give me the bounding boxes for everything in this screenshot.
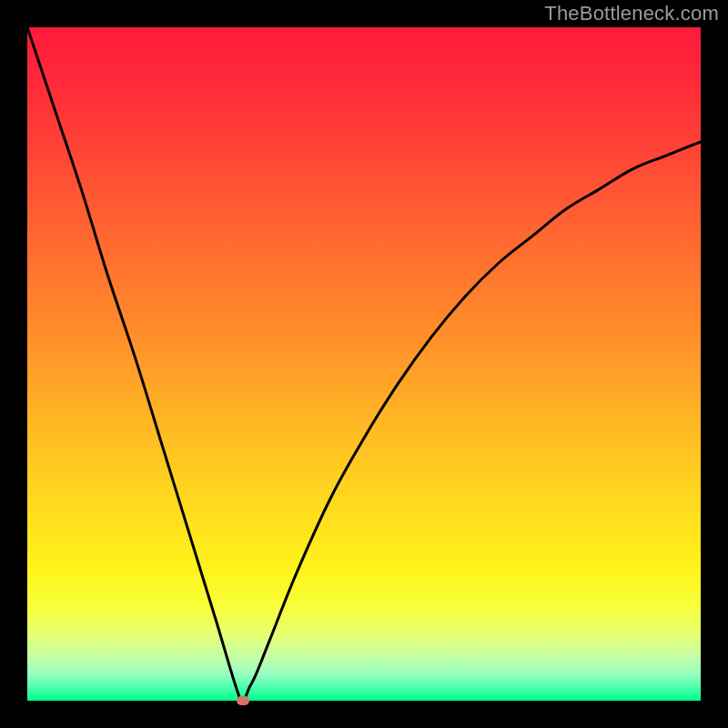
chart-frame: TheBottleneck.com bbox=[0, 0, 728, 728]
minimum-marker bbox=[237, 696, 249, 705]
watermark-text: TheBottleneck.com bbox=[544, 2, 719, 25]
plot-area bbox=[27, 27, 701, 701]
bottleneck-curve bbox=[27, 27, 701, 701]
